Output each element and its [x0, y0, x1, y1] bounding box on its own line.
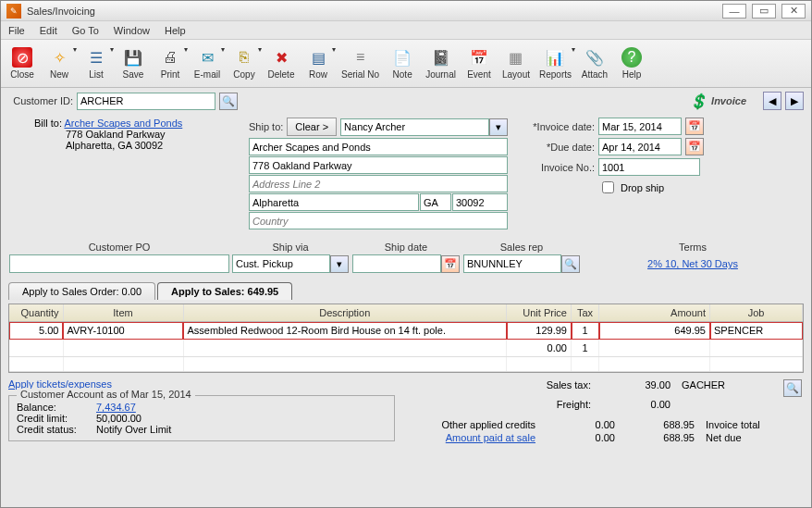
sales-tax-value: 39.00 [597, 379, 671, 397]
prev-record-button[interactable]: ◀ [763, 92, 781, 110]
ship-to-addr2-input[interactable] [249, 175, 508, 192]
freight-value[interactable]: 0.00 [597, 399, 671, 410]
search-icon: 🔍 [786, 382, 799, 394]
toolbar-new[interactable]: ✧New▾ [42, 42, 77, 86]
menu-edit[interactable]: Edit [40, 25, 57, 36]
invoice-date-calendar-button[interactable]: 📅 [685, 118, 704, 135]
sales-tax-lookup-button[interactable]: 🔍 [783, 379, 802, 397]
terms-link[interactable]: 2% 10, Net 30 Days [647, 258, 738, 269]
col-description[interactable]: Description [183, 304, 507, 322]
col-item[interactable]: Item [63, 304, 183, 322]
ship-to-state-input[interactable] [420, 193, 451, 211]
col-unit-price[interactable]: Unit Price [507, 304, 572, 322]
amount-paid-value: 0.00 [541, 432, 615, 443]
calendar-icon: 📅 [688, 120, 701, 132]
maximize-button[interactable]: ▭ [752, 4, 776, 19]
triangle-left-icon: ◀ [769, 95, 776, 107]
toolbar-close[interactable]: ⊘Close [5, 42, 40, 86]
ship-to-company-input[interactable] [249, 138, 508, 155]
chevron-down-icon: ▾ [258, 45, 262, 54]
ship-date-calendar-button[interactable]: 📅 [441, 255, 460, 273]
ship-to-addr1-input[interactable] [249, 156, 508, 174]
chevron-down-icon: ▾ [332, 45, 336, 54]
customer-po-header: Customer PO [89, 242, 151, 253]
col-job[interactable]: Job [710, 304, 803, 322]
due-date-calendar-button[interactable]: 📅 [685, 138, 704, 155]
ship-to-dropdown-button[interactable]: ▾ [489, 118, 508, 136]
money-icon: 💲 [689, 93, 707, 110]
toolbar-note[interactable]: 📄Note [385, 42, 420, 86]
bill-to-name-link[interactable]: Archer Scapes and Ponds [64, 118, 182, 129]
toolbar-event[interactable]: 📅Event [461, 42, 497, 86]
toolbar-reports[interactable]: 📊Reports▾ [535, 42, 575, 86]
drop-ship-checkbox[interactable] [602, 181, 614, 193]
col-quantity[interactable]: Quantity [9, 304, 63, 322]
toolbar-journal[interactable]: 📓Journal [422, 42, 460, 86]
journal-icon: 📓 [431, 47, 451, 68]
customer-lookup-button[interactable]: 🔍 [219, 93, 238, 110]
calendar-icon: 📅 [444, 258, 457, 270]
col-tax[interactable]: Tax [572, 304, 599, 322]
due-date-input[interactable] [598, 138, 682, 155]
tab-apply-sales[interactable]: Apply to Sales: 649.95 [157, 282, 292, 300]
toolbar-layout[interactable]: ▦Layout [498, 42, 534, 86]
chevron-down-icon: ▾ [184, 45, 188, 54]
toolbar-print[interactable]: 🖨Print▾ [153, 42, 188, 86]
toolbar-delete[interactable]: ✖Delete [264, 42, 299, 86]
close-icon: ⊘ [12, 47, 32, 68]
customer-id-input[interactable] [77, 93, 215, 110]
ship-to-name-input[interactable] [340, 118, 489, 136]
reports-icon: 📊 [545, 47, 565, 68]
ship-via-input[interactable] [232, 254, 330, 273]
serial-icon: ≡ [351, 47, 371, 68]
toolbar-list[interactable]: ☰List▾ [79, 42, 114, 86]
toolbar-help[interactable]: ?Help [614, 42, 649, 86]
ship-to-zip-input[interactable] [452, 193, 508, 211]
toolbar-save[interactable]: 💾Save [116, 42, 151, 86]
invoice-date-input[interactable] [598, 118, 682, 135]
close-window-button[interactable]: ✕ [781, 4, 806, 19]
terms-header: Terms [679, 242, 707, 253]
balance-link[interactable]: 7,434.67 [96, 402, 136, 413]
customer-id-label: Customer ID: [8, 95, 73, 106]
attach-icon: 📎 [584, 47, 605, 68]
customer-po-input[interactable] [9, 254, 229, 273]
menu-file[interactable]: File [8, 25, 25, 36]
minimize-button[interactable]: — [722, 4, 746, 19]
menu-window[interactable]: Window [114, 25, 150, 36]
app-icon: ✎ [6, 4, 21, 19]
amount-paid-link[interactable]: Amount paid at sale [406, 432, 535, 443]
toolbar-email[interactable]: ✉E-mail▾ [190, 42, 225, 86]
window-title: Sales/Invoicing [27, 6, 722, 17]
toolbar-attach[interactable]: 📎Attach [577, 42, 612, 86]
next-record-button[interactable]: ▶ [785, 92, 804, 110]
net-due-value: 688.95 [621, 432, 695, 443]
table-row[interactable]: 0.00 1 [9, 340, 803, 357]
sales-rep-input[interactable] [463, 254, 561, 273]
credit-limit-label: Credit limit: [17, 413, 91, 424]
sales-tax-job[interactable]: GACHER [676, 379, 778, 397]
toolbar-serial[interactable]: ≡Serial No [338, 42, 383, 86]
copy-icon: ⎘ [234, 47, 254, 68]
table-row[interactable] [9, 357, 803, 372]
tab-apply-sales-order[interactable]: Apply to Sales Order: 0.00 [8, 282, 155, 300]
toolbar-copy[interactable]: ⎘Copy▾ [227, 42, 262, 86]
col-amount[interactable]: Amount [599, 304, 710, 322]
line-items-grid: Quantity Item Description Unit Price Tax… [8, 304, 804, 373]
ship-to-city-input[interactable] [249, 193, 419, 211]
bill-to-label: Bill to: [10, 118, 62, 129]
menu-goto[interactable]: Go To [72, 25, 99, 36]
search-icon: 🔍 [222, 95, 235, 107]
table-row[interactable]: 5.00 AVRY-10100 Assembled Redwood 12-Roo… [9, 322, 803, 340]
ship-date-input[interactable] [352, 254, 441, 273]
ship-to-country-input[interactable] [249, 212, 508, 229]
toolbar-row[interactable]: ▤Row▾ [301, 42, 336, 86]
clear-button[interactable]: Clear > [287, 118, 337, 136]
doc-type-label: Invoice [711, 95, 746, 106]
invoice-no-input[interactable] [598, 158, 700, 176]
sales-rep-lookup-button[interactable]: 🔍 [561, 255, 580, 273]
other-credits-value: 0.00 [541, 419, 615, 430]
menu-help[interactable]: Help [165, 25, 186, 36]
triangle-right-icon: ▶ [791, 95, 798, 107]
ship-via-dropdown-button[interactable]: ▾ [330, 255, 349, 273]
